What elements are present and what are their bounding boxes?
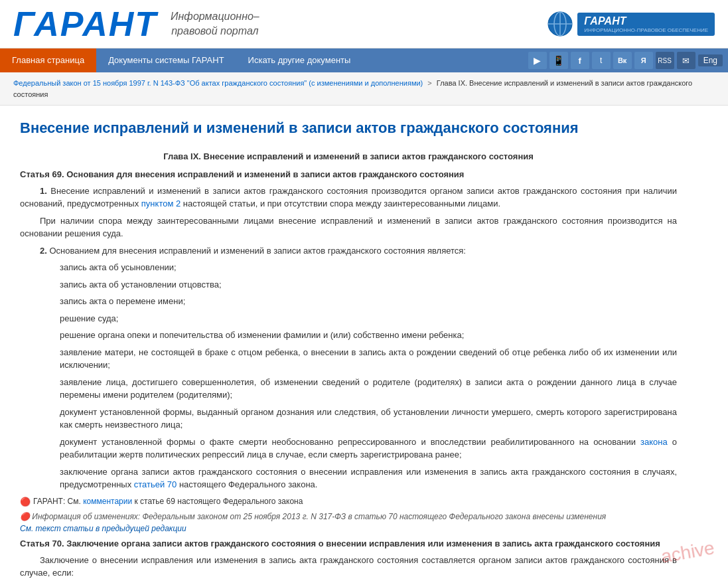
info-icon: 🔴 [20,512,30,521]
article69-list5: заявление матери, не состоящей в браке с… [20,346,677,372]
article69-title: Статья 69. Основания для внесения исправ… [20,169,677,179]
globe-icon [547,11,573,37]
reabilitaciya-link[interactable]: закона [640,437,668,447]
info-change-text: Информация об изменениях: Федеральным за… [32,512,606,521]
punkt2-link[interactable]: пунктом 2 [141,199,181,208]
main-content: Внесение исправлений и изменений в запис… [0,106,697,583]
article69-list0: запись акта об усыновлении; [20,261,677,274]
breadcrumb-link1[interactable]: Федеральный закон от 15 ноября 1997 г. N… [13,79,423,87]
rss-icon-btn[interactable]: RSS [656,52,674,69]
nav-documents[interactable]: Документы системы ГАРАНТ [96,48,236,72]
facebook-icon-btn[interactable]: f [571,52,589,69]
nav-home[interactable]: Главная страница [0,48,96,72]
yandex-icon-btn[interactable]: Я [634,52,653,69]
garant-note-69-text: ГАРАНТ: См. комментарии к статье 69 наст… [33,497,303,506]
article69-p2: 2. Основанием для внесения исправлений и… [20,244,677,258]
vk-icon-btn[interactable]: Вк [613,52,632,69]
breadcrumb: Федеральный закон от 15 ноября 1997 г. N… [0,72,728,106]
article69-list6: заявление лица, достигшего совершеннолет… [20,376,677,402]
logo-tagline: Информационно– правовой портал [171,9,259,39]
right-logo-text: ГАРАНТ [584,15,708,27]
article69-list8: документ установленной формы о факте сме… [20,436,677,461]
nav-icon-group: ▶ 📱 f t Вк Я RSS ✉ Eng [528,52,728,69]
header-logo-right: ГАРАНТ ИНФОРМАЦИОННО-ПРАВОВОЕ ОБЕСПЕЧЕНИ… [547,11,715,37]
info-change-block: 🔴 Информация об изменениях: Федеральным … [20,512,677,521]
article69-list2: запись акта о перемене имени; [20,295,677,308]
article70-title: Статья 70. Заключение органа записи акто… [20,539,677,548]
article69-list3: решение суда; [20,312,677,325]
article69-p1: 1. Внесение исправлений и изменений в за… [20,185,677,210]
site-logo[interactable]: ГАРАНТ [13,7,157,41]
article69-p1b: При наличии спора между заинтересованным… [20,214,677,240]
article70-intro: Заключение о внесении исправления или из… [20,554,677,580]
article69-list4: решение органа опеки и попечительства об… [20,329,677,342]
play-icon-btn[interactable]: ▶ [528,52,547,69]
article69-list9: заключение органа записи актов гражданск… [20,465,677,491]
site-header: ГАРАНТ Информационно– правовой портал ГА… [0,0,728,48]
article69-list1: запись акта об установлении отцовства; [20,278,677,292]
mobile-icon-btn[interactable]: 📱 [549,52,568,69]
garant-comment-69-link[interactable]: комментарии [83,497,132,506]
page-title: Внесение исправлений и изменений в запис… [20,119,677,138]
right-logo-sub: ИНФОРМАЦИОННО-ПРАВОВОЕ ОБЕСПЕЧЕНИЕ [584,27,708,33]
navbar: Главная страница Документы системы ГАРАН… [0,48,728,72]
prev-edition-link[interactable]: См. текст статьи в предыдущей редакции [20,524,677,533]
header-left: ГАРАНТ Информационно– правовой портал [13,7,259,41]
statya70-link[interactable]: статьей 70 [134,479,177,489]
twitter-icon-btn[interactable]: t [592,52,611,69]
garant-flag-icon: 🔴 [20,497,31,507]
email-icon-btn[interactable]: ✉ [677,52,695,69]
article69-list7: документ установленной формы, выданный о… [20,406,677,432]
chapter-title: Глава IX. Внесение исправлений и изменен… [20,151,677,161]
garant-note-69: 🔴 ГАРАНТ: См. комментарии к статье 69 на… [20,497,677,507]
breadcrumb-separator: > [427,79,433,87]
nav-search[interactable]: Искать другие документы [236,48,363,72]
english-btn[interactable]: Eng [698,54,723,66]
